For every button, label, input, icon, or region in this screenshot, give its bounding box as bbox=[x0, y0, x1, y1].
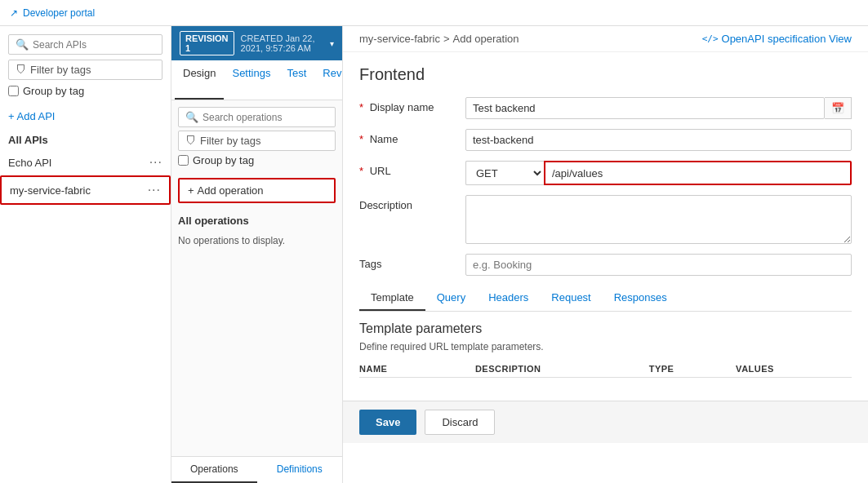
required-star: * bbox=[359, 101, 363, 113]
template-params-title: Template parameters bbox=[359, 321, 852, 336]
all-apis-title: All APIs bbox=[0, 127, 171, 149]
no-operations-text: No operations to display. bbox=[171, 230, 342, 251]
add-operation-plus-icon: + bbox=[188, 184, 194, 197]
sidebar-item-my-service-fabric[interactable]: my-service-fabric ··· bbox=[0, 175, 171, 205]
description-label: Description bbox=[359, 195, 465, 211]
add-operation-label: Add operation bbox=[198, 184, 264, 197]
breadcrumb-separator: > bbox=[443, 33, 450, 45]
display-name-label: * Display name bbox=[359, 97, 465, 113]
discard-button[interactable]: Discard bbox=[425, 410, 495, 435]
name-input[interactable] bbox=[465, 129, 852, 151]
search-operations-input[interactable] bbox=[203, 112, 328, 123]
group-by-tag-checkbox[interactable] bbox=[8, 86, 19, 96]
tab-design[interactable]: Design bbox=[175, 60, 224, 100]
name-row: * Name bbox=[359, 129, 852, 151]
inner-tab-request[interactable]: Request bbox=[540, 286, 602, 311]
url-method-select[interactable]: GET POST PUT DELETE PATCH HEAD OPTIONS bbox=[465, 161, 544, 185]
group-by-tag-label: Group by tag bbox=[23, 85, 84, 97]
add-api-label: + Add API bbox=[8, 110, 55, 122]
form-area: Frontend * Display name 📅 * Name bbox=[343, 52, 868, 401]
add-operation-button[interactable]: + Add operation bbox=[178, 178, 336, 203]
filter-operations-label: Filter by tags bbox=[200, 135, 260, 147]
required-star-name: * bbox=[359, 133, 363, 145]
name-label: * Name bbox=[359, 129, 465, 145]
col-description: DESCRIPTION bbox=[475, 364, 649, 374]
middle-bottom-tabs: Operations Definitions bbox=[171, 456, 342, 483]
display-name-input[interactable] bbox=[465, 97, 825, 119]
openapi-spec-link[interactable]: </> OpenAPI specification View bbox=[702, 33, 852, 45]
search-icon: 🔍 bbox=[16, 38, 29, 51]
display-name-input-group: 📅 bbox=[465, 97, 852, 119]
sidebar-item-echo-api[interactable]: Echo API ··· bbox=[0, 149, 171, 175]
middle-tabs: Design Settings Test Revisions Change lo… bbox=[171, 60, 342, 100]
all-operations-title: All operations bbox=[171, 208, 342, 230]
inner-tab-responses[interactable]: Responses bbox=[603, 286, 679, 311]
filter-operations-box[interactable]: ⛉ Filter by tags bbox=[178, 131, 336, 151]
tab-settings[interactable]: Settings bbox=[224, 60, 278, 100]
tab-test[interactable]: Test bbox=[278, 60, 314, 100]
breadcrumb: my-service-fabric > Add operation bbox=[359, 33, 519, 45]
operations-group-by-tag-checkbox[interactable] bbox=[178, 155, 189, 166]
calendar-icon: 📅 bbox=[825, 97, 852, 119]
echo-api-menu-dots[interactable]: ··· bbox=[149, 155, 162, 170]
my-service-fabric-label: my-service-fabric bbox=[10, 184, 91, 197]
left-sidebar: 🔍 ⛉ Filter by tags Group by tag + Add AP… bbox=[0, 26, 171, 483]
col-values: VALUES bbox=[736, 364, 852, 374]
search-operations-icon: 🔍 bbox=[185, 111, 198, 123]
tags-row: Tags bbox=[359, 254, 852, 276]
developer-portal-link[interactable]: Developer portal bbox=[23, 7, 95, 19]
url-row: * URL GET POST PUT DELETE PATCH HEAD OPT… bbox=[359, 161, 852, 185]
inner-tabs: Template Query Headers Request Responses bbox=[359, 286, 852, 312]
tab-revisions[interactable]: Revisions bbox=[314, 60, 343, 100]
top-bar: ↗ Developer portal bbox=[0, 0, 868, 26]
code-icon: </> bbox=[702, 33, 719, 44]
required-star-url: * bbox=[359, 165, 363, 177]
search-operations-box[interactable]: 🔍 bbox=[178, 107, 336, 127]
inner-tab-query[interactable]: Query bbox=[425, 286, 477, 311]
breadcrumb-api: my-service-fabric bbox=[359, 33, 440, 45]
filter-operations-icon: ⛉ bbox=[185, 135, 196, 147]
my-service-fabric-menu-dots[interactable]: ··· bbox=[148, 183, 161, 197]
tags-input[interactable] bbox=[465, 254, 852, 276]
col-name: NAME bbox=[359, 364, 475, 374]
openapi-label: OpenAPI specification View bbox=[722, 33, 852, 45]
inner-tab-template[interactable]: Template bbox=[359, 286, 425, 311]
bottom-tab-definitions[interactable]: Definitions bbox=[257, 457, 343, 483]
filter-tags-label: Filter by tags bbox=[30, 64, 91, 76]
col-type: TYPE bbox=[649, 364, 736, 374]
url-path-input[interactable] bbox=[544, 161, 852, 185]
revision-bar: REVISION 1 CREATED Jan 22, 2021, 9:57:26… bbox=[171, 26, 342, 60]
bottom-actions: Save Discard bbox=[343, 401, 868, 443]
breadcrumb-bar: my-service-fabric > Add operation </> Op… bbox=[343, 26, 868, 52]
tags-label: Tags bbox=[359, 254, 465, 270]
template-params-desc: Define required URL template parameters. bbox=[359, 341, 852, 352]
revision-chevron-icon[interactable]: ▾ bbox=[330, 39, 334, 48]
operations-group-by-tag-label: Group by tag bbox=[193, 154, 254, 166]
add-api-button[interactable]: + Add API bbox=[8, 110, 162, 122]
revision-badge: REVISION 1 bbox=[180, 31, 234, 55]
group-by-tag-checkbox-row: Group by tag bbox=[8, 85, 162, 97]
breadcrumb-page: Add operation bbox=[453, 33, 519, 45]
search-apis-input[interactable] bbox=[33, 39, 155, 51]
operations-group-by-tag-row: Group by tag bbox=[178, 154, 336, 166]
revision-date: CREATED Jan 22, 2021, 9:57:26 AM bbox=[241, 33, 323, 53]
frontend-title: Frontend bbox=[359, 65, 852, 84]
table-header: NAME DESCRIPTION TYPE VALUES bbox=[359, 361, 852, 378]
bottom-tab-operations[interactable]: Operations bbox=[171, 457, 257, 483]
search-apis-box[interactable]: 🔍 bbox=[8, 34, 162, 55]
url-label: * URL bbox=[359, 161, 465, 177]
save-button[interactable]: Save bbox=[359, 410, 416, 435]
description-row: Description bbox=[359, 195, 852, 244]
inner-tab-headers[interactable]: Headers bbox=[477, 286, 540, 311]
template-section: Template parameters Define required URL … bbox=[359, 312, 852, 388]
right-content: my-service-fabric > Add operation </> Op… bbox=[343, 26, 868, 483]
display-name-row: * Display name 📅 bbox=[359, 97, 852, 119]
echo-api-label: Echo API bbox=[8, 157, 51, 169]
url-input-group: GET POST PUT DELETE PATCH HEAD OPTIONS bbox=[465, 161, 852, 185]
description-textarea[interactable] bbox=[465, 195, 852, 244]
external-link-icon: ↗ bbox=[10, 7, 18, 19]
filter-tags-box[interactable]: ⛉ Filter by tags bbox=[8, 60, 162, 80]
filter-icon: ⛉ bbox=[16, 64, 26, 76]
middle-panel: REVISION 1 CREATED Jan 22, 2021, 9:57:26… bbox=[171, 26, 343, 483]
